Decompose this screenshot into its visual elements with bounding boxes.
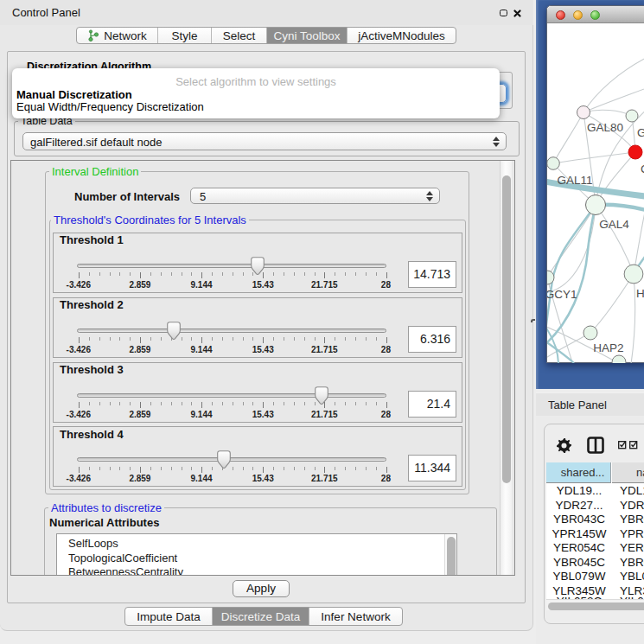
svg-text:HAP2: HAP2 <box>593 341 623 354</box>
svg-text:GCY1: GCY1 <box>547 288 577 301</box>
svg-text:GAL4: GAL4 <box>599 218 629 231</box>
svg-text:H: H <box>636 287 644 300</box>
svg-text:GA: GA <box>637 126 644 139</box>
svg-text:GAL80: GAL80 <box>587 121 623 134</box>
svg-text:C: C <box>641 163 644 175</box>
svg-text:GAL11: GAL11 <box>557 174 592 187</box>
